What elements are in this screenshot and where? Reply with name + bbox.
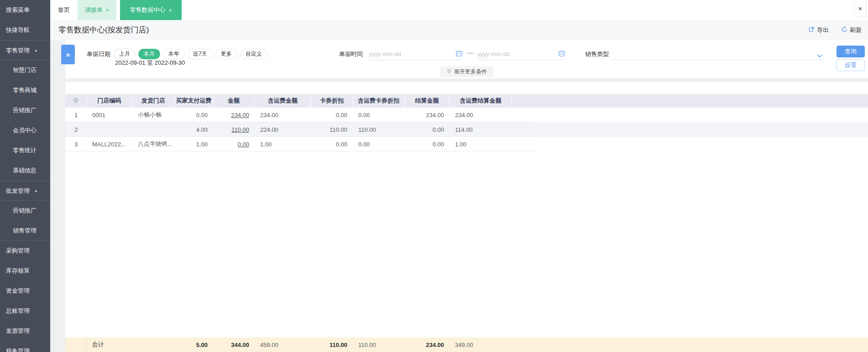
sidebar-item-purchase-management[interactable]: 采购管理 (0, 241, 50, 261)
sidebar-item-label: 发票管理 (6, 327, 30, 334)
export-button[interactable]: 导出 (809, 26, 829, 34)
tab-label: 零售数据中心 (130, 6, 165, 14)
sales-type-select[interactable] (612, 48, 826, 60)
column-header-coupon-discount: 卡券折扣 (311, 94, 353, 108)
sidebar-item-invoice-management[interactable]: 发票管理 (0, 321, 50, 341)
sidebar-item-label: 会员中心 (13, 127, 37, 134)
row-index: 3 (65, 137, 87, 151)
sidebar-item-label: 零售管理 (6, 47, 30, 54)
cell-amount-with-freight: 234.00 (255, 108, 311, 122)
cell-coupon-with-freight: 0.00 (353, 108, 405, 122)
sidebar-item-marketing-promo[interactable]: 营销推广 (0, 100, 50, 120)
sidebar-item-retail-stats[interactable]: 零售统计 (0, 140, 50, 160)
footer-settlement-with-freight: 349.00 (450, 337, 512, 352)
cell-settlement: 0.00 (405, 137, 450, 151)
sidebar-item-label: 营销推广 (13, 107, 37, 114)
calendar-icon[interactable] (559, 50, 565, 58)
tab-retail-data-center[interactable]: 零售数据中心× (120, 0, 182, 20)
collapse-filter-button[interactable]: » (61, 45, 75, 64)
sidebar-item-label: 营销推广 (13, 207, 37, 214)
column-header-filler (512, 94, 868, 108)
sidebar-item-label: 销售管理 (13, 227, 37, 234)
tab-home[interactable]: 首页 (50, 0, 78, 20)
sidebar-item-quick-nav[interactable]: 快捷导航 (0, 20, 50, 40)
cell-coupon-with-freight: 110.00 (353, 122, 405, 137)
pill-last-month[interactable]: 上月 (114, 49, 136, 59)
column-header-shipping-store: 发货门店 (132, 94, 175, 108)
cell-store-code: 0001 (87, 108, 132, 122)
sidebar-item-member-center[interactable]: 会员中心 (0, 120, 50, 140)
export-icon (809, 26, 815, 34)
pill-this-month[interactable]: 本月 (138, 49, 160, 59)
close-tab-icon[interactable]: × (168, 7, 172, 14)
table-row: 3 MALL2022... 八点半烧烤... 1.00 0.00 1.00 0.… (65, 137, 868, 151)
bill-date-label: 单据日期 (87, 49, 110, 59)
expand-more-conditions-button[interactable]: 展开更多条件 (440, 66, 493, 77)
refresh-label: 刷新 (850, 26, 862, 34)
pill-last-7-days[interactable]: 近7天 (188, 49, 213, 59)
cell-coupon-with-freight: 0.00 (353, 137, 405, 151)
sidebar-item-general-ledger[interactable]: 总账管理 (0, 301, 50, 321)
double-chevron-down-icon (446, 68, 451, 75)
tab-label: 调拨单 (85, 6, 103, 14)
sidebar-item-label: 库存核算 (6, 267, 30, 274)
chevron-down-icon (817, 52, 822, 59)
amount-link[interactable]: 234.00 (231, 112, 249, 119)
close-tab-icon[interactable]: × (106, 7, 110, 14)
sidebar-item-basic-info[interactable]: 基础信息 (0, 160, 50, 181)
column-header-settlement-with-freight: 含运费结算金额 (450, 94, 512, 108)
sidebar-item-wholesale-marketing[interactable]: 营销推广 (0, 201, 50, 221)
pill-custom[interactable]: 自定义 (240, 49, 267, 59)
sidebar-item-label: 采购管理 (6, 247, 30, 254)
title-bar: 零售数据中心(按发货门店) 导出 刷新 (50, 20, 868, 40)
sidebar-item-inventory-accounting[interactable]: 库存核算 (0, 261, 50, 281)
settings-button[interactable]: 设置 (837, 59, 865, 71)
cell-coupon-discount: 110.00 (311, 122, 353, 137)
chevron-up-icon: ▲ (34, 189, 38, 193)
refresh-icon (842, 26, 847, 34)
column-header-coupon-with-freight: 含运费卡券折扣 (353, 94, 405, 108)
footer-settlement: 234.00 (405, 337, 450, 352)
search-button[interactable]: 查询 (837, 46, 865, 57)
amount-link[interactable]: 0.00 (238, 141, 249, 148)
cell-settlement-with-freight: 234.00 (450, 108, 512, 122)
sales-type-label: 销售类型 (585, 49, 609, 59)
tab-transfer-order[interactable]: 调拨单× (78, 0, 116, 20)
table-footer-row: 合计 5.00 344.00 459.00 110.00 110.00 234.… (65, 337, 868, 352)
sidebar-item-sales-management[interactable]: 销售管理 (0, 221, 50, 241)
footer-total-label: 合计 (87, 337, 132, 352)
fullscreen-icon[interactable] (866, 0, 868, 17)
sidebar-item-label: 零售商城 (13, 87, 37, 93)
column-settings-button[interactable] (65, 94, 87, 108)
end-date-input[interactable] (477, 51, 559, 57)
column-header-buyer-freight: 买家支付运费 (175, 94, 213, 108)
pill-more[interactable]: 更多 (215, 49, 237, 59)
selected-date-range: 2022-09-01 至 2022-09-30 (115, 59, 185, 67)
sidebar-group-retail-management[interactable]: 零售管理▲ (0, 40, 50, 60)
table-header-row: 门店编码 发货门店 买家支付运费 金额 含运费金额 卡券折扣 含运费卡券折扣 结… (65, 94, 868, 108)
refresh-button[interactable]: 刷新 (842, 26, 862, 34)
sidebar-item-tax-management[interactable]: 税务管理 (0, 341, 50, 352)
sidebar-item-search-menu[interactable]: 搜索菜单 (0, 0, 50, 20)
cell-settlement: 0.00 (405, 122, 450, 137)
sidebar-item-retail-mall[interactable]: 零售商城 (0, 80, 50, 100)
tab-label: 首页 (58, 6, 70, 14)
sidebar-item-label: 资金管理 (6, 287, 30, 294)
sidebar-group-wholesale-management[interactable]: 批发管理▲ (0, 181, 50, 201)
column-header-amount-with-freight: 含运费金额 (255, 94, 311, 108)
close-window-button[interactable]: × (854, 0, 866, 17)
expand-more-label: 展开更多条件 (454, 68, 487, 76)
cell-store-code: MALL2022... (87, 137, 132, 151)
amount-link[interactable]: 110.00 (231, 126, 249, 133)
cell-store-code (87, 122, 132, 137)
sidebar-item-label: 基础信息 (13, 167, 37, 174)
sidebar-item-funds-management[interactable]: 资金管理 (0, 281, 50, 301)
sidebar-item-smart-store[interactable]: 智慧门店 (0, 60, 50, 80)
cell-amount: 110.00 (213, 122, 255, 137)
start-date-input[interactable] (369, 51, 456, 57)
sidebar-item-label: 批发管理 (6, 187, 30, 194)
pill-this-year[interactable]: 本年 (163, 49, 185, 59)
cell-amount-with-freight: 1.00 (255, 137, 311, 151)
tab-bar: 首页 调拨单× 零售数据中心× × (50, 0, 868, 20)
calendar-icon[interactable] (456, 50, 462, 58)
